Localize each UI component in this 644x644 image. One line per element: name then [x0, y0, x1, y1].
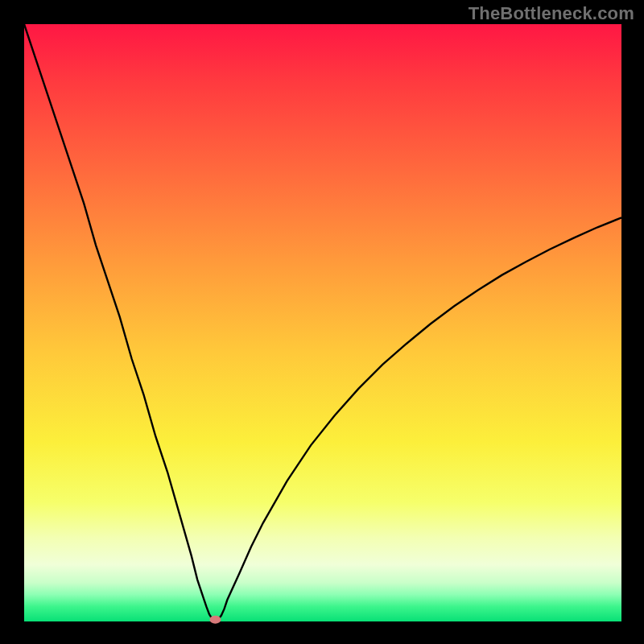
optimal-point-marker — [209, 616, 221, 624]
chart-frame: TheBottleneck.com — [0, 0, 644, 644]
watermark-text: TheBottleneck.com — [469, 3, 634, 24]
plot-background — [24, 24, 621, 621]
bottleneck-plot — [0, 0, 644, 644]
